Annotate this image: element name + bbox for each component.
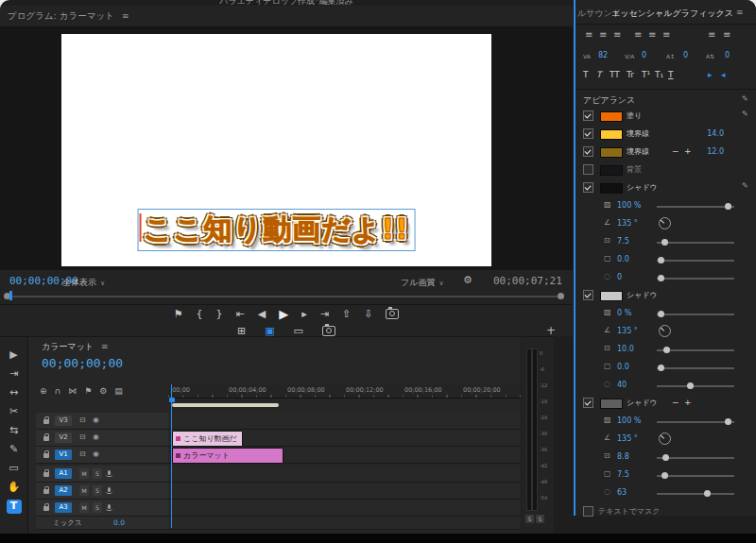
slider-knob[interactable] [687, 382, 694, 389]
playback-quality-dropdown[interactable]: フル画質∨ [401, 277, 444, 289]
shadow2-blur-value[interactable]: 40 [617, 381, 627, 389]
slider-knob[interactable] [704, 490, 711, 497]
slider-knob[interactable] [662, 472, 668, 479]
voiceover-mic-icon[interactable] [108, 487, 111, 492]
shadow3-size-slider[interactable] [657, 475, 734, 477]
panel-menu-icon[interactable]: ≡ [122, 11, 129, 21]
stroke1-swatch[interactable] [600, 129, 623, 140]
add-stroke-button[interactable]: + [684, 146, 692, 156]
track-content-a2[interactable] [168, 483, 521, 500]
align-center-icon[interactable]: ≡ [599, 30, 607, 40]
shadow1-blur-value[interactable]: 0 [617, 273, 622, 281]
mask-with-text-checkbox[interactable] [583, 506, 593, 517]
mute-button[interactable]: M [79, 468, 89, 479]
playhead-handle[interactable] [169, 398, 175, 402]
mute-button[interactable]: M [79, 502, 89, 513]
play-button[interactable]: ▶ [279, 308, 288, 320]
timeline-timecode[interactable]: 00;00;00;00 [42, 356, 123, 370]
mark-out-button[interactable]: } [216, 309, 223, 319]
shadow3-distance-value[interactable]: 8.8 [617, 452, 629, 461]
sync-lock-icon[interactable]: ⊟ [79, 450, 86, 458]
text-layer-selection[interactable]: ここ知り動画だよ!! [137, 209, 416, 251]
track-target-v1[interactable]: V1 [55, 450, 72, 460]
program-canvas[interactable]: ここ知り動画だよ!! [61, 34, 491, 266]
slider-knob[interactable] [658, 275, 664, 281]
slider-knob[interactable] [725, 203, 731, 210]
track-content-v3[interactable] [168, 413, 521, 430]
lift-button[interactable]: ⇧ [342, 309, 351, 319]
hand-tool[interactable]: ✋ [7, 481, 22, 494]
shadow2-angle-value[interactable]: 135 ° [617, 327, 638, 335]
text-direction-vertical-icon[interactable]: ◂ [721, 70, 726, 79]
voiceover-mic-icon[interactable] [108, 504, 111, 509]
track-select-forward-tool[interactable]: ⇥ [7, 367, 22, 381]
shadow3-angle-value[interactable]: 135 ° [617, 434, 638, 443]
underline-toggle[interactable]: T [668, 70, 674, 79]
track-target-a2[interactable]: A2 [55, 485, 72, 496]
ripple-edit-tool[interactable]: ↔ [7, 386, 22, 399]
baseline-shift-value[interactable]: 0 [725, 51, 730, 59]
timeline-tab[interactable]: カラーマット≡ [42, 341, 109, 353]
shadow1-blur-slider[interactable] [657, 278, 734, 280]
telop-text[interactable]: ここ知り動画だよ!! [144, 212, 409, 246]
solo-button[interactable]: S [93, 485, 102, 496]
tab-essential-graphics[interactable]: エッセンシャルグラフィックス [611, 8, 733, 20]
shadow1-checkbox[interactable] [583, 182, 593, 193]
background-checkbox[interactable] [583, 164, 593, 175]
lock-icon[interactable] [43, 436, 49, 441]
sync-lock-icon[interactable]: ⊟ [79, 416, 86, 424]
stroke2-checkbox[interactable] [583, 146, 593, 157]
add-shadow-button[interactable]: + [684, 398, 692, 407]
track-target-v3[interactable]: V3 [55, 416, 72, 426]
slider-knob[interactable] [658, 311, 664, 317]
eye-icon[interactable]: ◉ [93, 450, 99, 458]
align-left-icon[interactable]: ≡ [585, 30, 593, 40]
shadow1-opacity-value[interactable]: 100 % [617, 201, 641, 210]
subscript-toggle[interactable]: T₁ [655, 70, 663, 79]
mute-button[interactable]: M [79, 485, 89, 496]
add-marker-button[interactable]: ⚑ [174, 309, 183, 319]
scrub-handle-right[interactable] [558, 293, 564, 299]
shadow2-distance-slider[interactable] [657, 349, 734, 351]
slider-knob[interactable] [662, 454, 669, 461]
comparison-view-button[interactable]: ▭ [294, 326, 303, 336]
shadow3-distance-slider[interactable] [657, 457, 734, 459]
sync-lock-icon[interactable]: ⊟ [79, 433, 86, 441]
shadow2-opacity-slider[interactable] [657, 314, 734, 315]
timeline-ruler[interactable]: ;00;00 00;00;04;00 00;00;08;00 00;00;12;… [168, 384, 521, 399]
step-forward-button[interactable]: ▸ [301, 309, 307, 319]
background-swatch[interactable] [600, 165, 623, 176]
italic-toggle[interactable]: T [596, 70, 602, 79]
solo-left-button[interactable]: S [525, 515, 534, 523]
superscript-toggle[interactable]: T¹ [642, 70, 650, 79]
nest-toggle-icon[interactable]: ⊕ [40, 386, 47, 396]
type-tool[interactable]: T [7, 500, 22, 514]
kerning-value[interactable]: 0 [642, 51, 646, 59]
mix-volume-value[interactable]: 0.0 [113, 518, 125, 527]
button-editor-plus-button[interactable]: + [546, 324, 556, 337]
vertical-align-bottom-icon[interactable]: ≡ [723, 30, 730, 40]
timeline-options-icon[interactable]: ▤ [114, 386, 123, 396]
fill-eyedropper-icon[interactable]: ✎ [742, 110, 748, 118]
solo-button[interactable]: S [93, 468, 102, 479]
panel-menu-icon[interactable]: ≡ [736, 8, 744, 17]
go-to-out-button[interactable]: ⇥ [320, 309, 329, 319]
shadow2-checkbox[interactable] [583, 290, 593, 300]
voiceover-mic-icon[interactable] [108, 470, 111, 475]
add-marker-icon[interactable]: ⚑ [84, 386, 92, 396]
lock-icon[interactable] [43, 472, 49, 477]
shadow3-blur-value[interactable]: 63 [617, 488, 627, 497]
appearance-eyedropper-icon[interactable]: ✎ [742, 94, 748, 103]
lock-icon[interactable] [43, 453, 49, 458]
slider-knob[interactable] [658, 257, 664, 263]
slider-knob[interactable] [725, 418, 731, 425]
extract-button[interactable]: ⇩ [364, 309, 372, 319]
razor-tool[interactable]: ✂ [7, 405, 22, 418]
track-target-a3[interactable]: A3 [55, 502, 72, 513]
shadow2-distance-value[interactable]: 10.0 [617, 345, 634, 353]
shadow1-angle-value[interactable]: 135 ° [617, 219, 638, 228]
fill-checkbox[interactable] [583, 110, 593, 121]
snap-toggle-icon[interactable]: ∩ [55, 386, 61, 396]
monitor-playhead[interactable] [9, 291, 12, 300]
track-target-a1[interactable]: A1 [55, 468, 72, 479]
